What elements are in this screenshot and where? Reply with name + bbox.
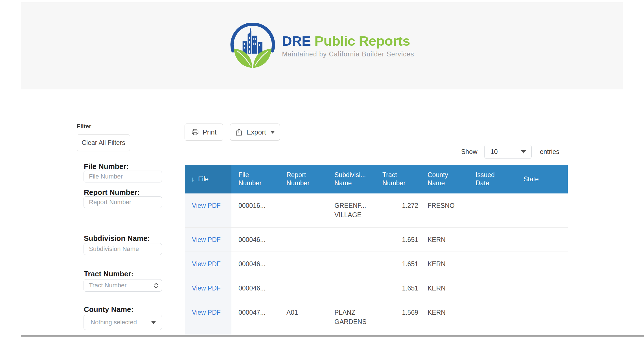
tract-number-cell: 1.651 (375, 227, 420, 252)
page-title-dre: DRE (282, 33, 311, 49)
issued-date-cell (468, 300, 516, 334)
subdivision-name-cell: PLANZ GARDENS (327, 300, 375, 334)
page-subtitle: Maintained by California Builder Service… (282, 50, 414, 58)
report-number-input[interactable] (84, 196, 162, 208)
file-number-input[interactable] (84, 171, 162, 182)
sort-descending-icon: ↓ (191, 175, 194, 183)
county-name-cell: KERN (420, 300, 468, 334)
view-pdf-link[interactable]: View PDF (192, 202, 221, 209)
chevron-up-icon (154, 283, 158, 285)
column-header-report-number[interactable]: Report Number (279, 165, 327, 193)
tract-number-cell: 1.272 (375, 193, 420, 227)
dre-public-reports-page: DRE Public Reports Maintained by Califor… (0, 0, 644, 337)
table-row: View PDF 000016... GREENF... VILLAGE 1.2… (185, 193, 568, 227)
subdivision-name-cell (327, 252, 375, 276)
page-title-public-reports: Public Reports (311, 33, 410, 49)
filter-heading: Filter (77, 123, 91, 130)
file-number-cell: 000047... (231, 300, 279, 334)
column-header-file-number[interactable]: File Number (231, 165, 279, 193)
view-pdf-link[interactable]: View PDF (192, 236, 221, 243)
report-number-cell (279, 193, 327, 227)
county-name-cell: KERN (420, 252, 468, 276)
chevron-down-icon (154, 286, 158, 288)
reports-table: ↓File File Number Report Number Subdivis… (185, 165, 568, 334)
tract-number-input[interactable] (84, 279, 162, 292)
page-size-select[interactable]: 10 (484, 145, 532, 159)
view-pdf-link[interactable]: View PDF (192, 309, 221, 316)
state-cell (516, 276, 568, 300)
county-name-cell: KERN (420, 227, 468, 252)
export-button-label: Export (246, 128, 266, 136)
issued-date-cell (468, 227, 516, 252)
column-header-county-name[interactable]: County Name (420, 165, 468, 193)
subdivision-name-input[interactable] (84, 243, 162, 255)
show-label: Show (461, 148, 477, 156)
report-number-cell (279, 252, 327, 276)
state-cell (516, 300, 568, 334)
brand-text: DRE Public Reports Maintained by Califor… (282, 34, 414, 58)
printer-icon (191, 128, 199, 136)
issued-date-cell (468, 193, 516, 227)
page-title: DRE Public Reports (282, 34, 414, 49)
county-name-label: County Name: (84, 305, 133, 314)
clear-all-filters-button[interactable]: Clear All Filters (77, 134, 130, 151)
export-button[interactable]: Export (230, 124, 280, 141)
caret-down-icon (151, 321, 156, 324)
table-row: View PDF 000046... 1.651 KERN (185, 227, 568, 252)
horizontal-scrollbar[interactable] (21, 335, 644, 337)
issued-date-cell (468, 252, 516, 276)
table-row: View PDF 000046... 1.651 KERN (185, 276, 568, 300)
column-header-state[interactable]: State (516, 165, 568, 193)
report-number-cell: A01 (279, 300, 327, 334)
column-header-issued-date[interactable]: Issued Date (468, 165, 516, 193)
file-cell: View PDF (185, 193, 231, 227)
page-size-selected-value: 10 (490, 148, 498, 156)
file-cell: View PDF (185, 252, 231, 276)
entries-label: entries (540, 148, 559, 156)
column-header-file[interactable]: ↓File (185, 165, 231, 193)
subdivision-name-cell (327, 276, 375, 300)
view-pdf-link[interactable]: View PDF (192, 285, 221, 292)
column-header-file-label: File (198, 175, 209, 183)
file-number-label: File Number: (84, 162, 129, 171)
export-icon (235, 128, 243, 136)
brand-logo-icon (230, 23, 276, 69)
tract-number-cell: 1.569 (375, 300, 420, 334)
file-number-cell: 000046... (231, 276, 279, 300)
state-cell (516, 252, 568, 276)
table-row: View PDF 000046... 1.651 KERN (185, 252, 568, 276)
file-number-cell: 000046... (231, 252, 279, 276)
county-name-selected-value: Nothing selected (91, 319, 137, 326)
column-header-subdivision-name[interactable]: Subdivisi... Name (327, 165, 375, 193)
caret-down-icon (521, 150, 526, 153)
caret-down-icon (270, 131, 275, 134)
column-header-tract-number[interactable]: Tract Number (375, 165, 420, 193)
brand: DRE Public Reports Maintained by Califor… (230, 23, 414, 69)
tract-number-cell: 1.651 (375, 276, 420, 300)
report-number-cell (279, 227, 327, 252)
report-number-label: Report Number: (84, 188, 140, 197)
file-number-cell: 000016... (231, 193, 279, 227)
file-cell: View PDF (185, 276, 231, 300)
tract-number-cell: 1.651 (375, 252, 420, 276)
file-number-cell: 000046... (231, 227, 279, 252)
issued-date-cell (468, 276, 516, 300)
file-cell: View PDF (185, 300, 231, 334)
county-name-cell: KERN (420, 276, 468, 300)
county-name-select[interactable]: Nothing selected (84, 315, 162, 330)
subdivision-name-cell: GREENF... VILLAGE (327, 193, 375, 227)
county-name-cell: FRESNO (420, 193, 468, 227)
state-cell (516, 227, 568, 252)
report-number-cell (279, 276, 327, 300)
print-button[interactable]: Print (185, 124, 223, 141)
state-cell (516, 193, 568, 227)
table-row: View PDF 000047... A01 PLANZ GARDENS 1.5… (185, 300, 568, 334)
tract-number-label: Tract Number: (84, 270, 133, 278)
view-pdf-link[interactable]: View PDF (192, 260, 221, 268)
header-band: DRE Public Reports Maintained by Califor… (21, 2, 623, 89)
print-button-label: Print (203, 128, 216, 136)
table-header-row: ↓File File Number Report Number Subdivis… (185, 165, 568, 193)
subdivision-name-cell (327, 227, 375, 252)
file-cell: View PDF (185, 227, 231, 252)
tract-number-stepper[interactable] (152, 282, 160, 289)
